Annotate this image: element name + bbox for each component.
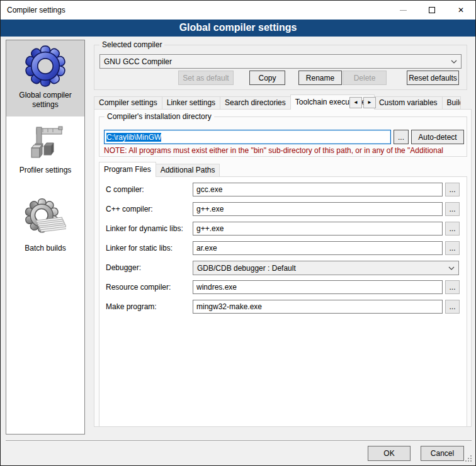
browse-directory-button[interactable]: ...	[394, 130, 409, 144]
resize-grip-icon[interactable]	[465, 455, 467, 457]
form-row: Linker for dynamic libs: ...	[99, 222, 467, 236]
cpp-compiler-label: C++ compiler:	[106, 202, 153, 217]
sidebar-item-label: Batch builds	[6, 241, 84, 258]
sidebar-item-label: Global compiler settings	[6, 88, 84, 115]
dynamic-linker-browse-button[interactable]: ...	[445, 222, 460, 236]
form-row: Debugger: GDB/CDB debugger : Default	[99, 261, 467, 275]
c-compiler-input[interactable]	[193, 183, 443, 196]
program-tabs: Program Files Additional Paths	[99, 162, 219, 176]
tab-scroll-buttons: ◄ ►	[349, 97, 377, 108]
form-row: C++ compiler: ...	[99, 202, 467, 217]
sidebar-item-batch-builds[interactable]: Batch builds	[6, 193, 84, 270]
static-linker-label: Linker for static libs:	[106, 241, 173, 256]
page-title: Global compiler settings	[1, 20, 475, 37]
footer-divider	[6, 440, 472, 441]
static-linker-browse-button[interactable]: ...	[445, 241, 460, 255]
debugger-label: Debugger:	[106, 261, 141, 275]
caliper-icon	[25, 122, 65, 163]
resource-compiler-label: Resource compiler:	[106, 280, 171, 295]
compiler-select[interactable]: GNU GCC Compiler	[99, 54, 462, 69]
resource-compiler-input[interactable]	[193, 280, 443, 294]
program-files-panel: C compiler: ... C++ compiler: ... Linker…	[99, 176, 467, 427]
cpp-compiler-browse-button[interactable]: ...	[445, 202, 460, 216]
make-program-input[interactable]	[193, 300, 443, 314]
tab-custom-variables[interactable]: Custom variables	[374, 96, 443, 109]
selected-compiler-group: Selected compiler GNU GCC Compiler Set a…	[94, 45, 467, 90]
tab-scroll-left-icon[interactable]: ◄	[349, 97, 362, 108]
installation-directory-input[interactable]: C:\raylib\MinGW	[104, 130, 391, 144]
resource-compiler-browse-button[interactable]: ...	[445, 280, 460, 294]
installation-directory-group: Compiler's installation directory C:\ray…	[99, 116, 467, 157]
form-row: Linker for static libs: ...	[99, 241, 467, 256]
compiler-select-value: GNU GCC Compiler	[104, 57, 451, 66]
c-compiler-browse-button[interactable]: ...	[445, 183, 460, 196]
installation-directory-legend: Compiler's installation directory	[105, 112, 214, 121]
compiler-settings-dialog: Compiler settings ✕ Global compiler sett…	[0, 0, 476, 466]
minimize-button[interactable]	[388, 1, 417, 20]
sidebar-item-label: Profiler settings	[6, 163, 84, 180]
gray-gear-paper-stack-icon	[25, 197, 66, 241]
compiler-tabs: Compiler settings Linker settings Search…	[94, 94, 460, 109]
tab-build-options[interactable]: Build options	[442, 96, 461, 109]
ok-button[interactable]: OK	[368, 446, 411, 461]
sidebar-item-profiler-settings[interactable]: Profiler settings	[6, 118, 84, 188]
tab-additional-paths[interactable]: Additional Paths	[156, 164, 220, 176]
tab-scroll-right-icon[interactable]: ►	[363, 97, 376, 108]
window-title: Compiler settings	[7, 6, 65, 14]
tab-search-directories[interactable]: Search directories	[220, 96, 291, 109]
maximize-icon	[429, 7, 435, 13]
sidebar-item-global-compiler-settings[interactable]: Global compiler settings	[6, 40, 84, 116]
close-button[interactable]: ✕	[446, 1, 475, 20]
copy-button[interactable]: Copy	[249, 71, 285, 85]
installation-directory-value: C:\raylib\MinGW	[106, 133, 161, 142]
make-program-label: Make program:	[106, 300, 157, 314]
minimize-icon	[400, 10, 407, 11]
close-icon: ✕	[458, 6, 464, 14]
tab-compiler-settings[interactable]: Compiler settings	[94, 96, 162, 109]
form-row: Make program: ...	[99, 300, 467, 314]
rename-button[interactable]: Rename	[298, 71, 342, 85]
cancel-button[interactable]: Cancel	[421, 446, 464, 461]
auto-detect-button[interactable]: Auto-detect	[411, 130, 464, 144]
tab-linker-settings[interactable]: Linker settings	[162, 96, 220, 109]
chevron-down-icon	[451, 60, 457, 64]
settings-category-list: Global compiler settings	[6, 40, 85, 435]
maximize-button[interactable]	[417, 1, 446, 20]
tab-program-files[interactable]: Program Files	[99, 162, 156, 177]
blue-gear-icon	[24, 44, 67, 88]
make-program-browse-button[interactable]: ...	[445, 300, 460, 314]
caption-buttons: ✕	[388, 1, 475, 20]
set-as-default-button[interactable]: Set as default	[178, 71, 234, 85]
dynamic-linker-input[interactable]	[193, 222, 443, 236]
cpp-compiler-input[interactable]	[193, 202, 443, 216]
delete-button[interactable]: Delete	[343, 71, 387, 85]
chevron-down-icon	[448, 266, 455, 270]
static-linker-input[interactable]	[193, 241, 443, 255]
debugger-select-value: GDB/CDB debugger : Default	[197, 264, 448, 273]
title-bar[interactable]: Compiler settings ✕	[1, 1, 475, 20]
reset-defaults-button[interactable]: Reset defaults	[407, 71, 459, 85]
form-row: C compiler: ...	[99, 183, 467, 197]
selected-compiler-legend: Selected compiler	[99, 40, 164, 49]
c-compiler-label: C compiler:	[106, 183, 144, 197]
bin-subdirectory-note: NOTE: All programs must exist either in …	[104, 146, 465, 155]
dynamic-linker-label: Linker for dynamic libs:	[106, 222, 183, 236]
form-row: Resource compiler: ...	[99, 280, 467, 295]
debugger-select[interactable]: GDB/CDB debugger : Default	[193, 261, 459, 275]
